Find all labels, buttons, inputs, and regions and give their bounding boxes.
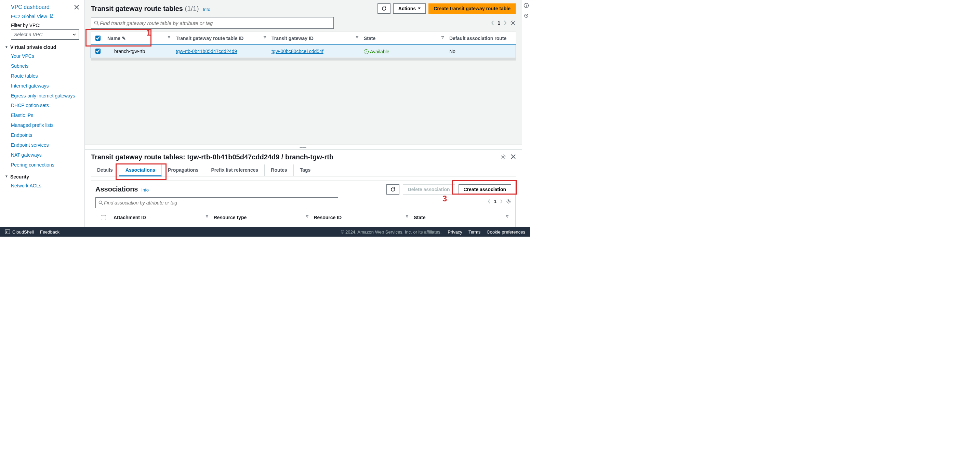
col-name[interactable]: Name ✎▽ bbox=[105, 32, 173, 45]
svg-point-7 bbox=[525, 15, 527, 16]
ec2-global-view-link[interactable]: EC2 Global View bbox=[11, 14, 47, 19]
assoc-search-box[interactable] bbox=[95, 197, 338, 208]
cell-default-assoc: No bbox=[447, 45, 515, 58]
detail-panel: Transit gateway route tables: tgw-rtb-0b… bbox=[85, 149, 522, 237]
search-icon bbox=[99, 200, 103, 205]
feedback-link[interactable]: Feedback bbox=[40, 229, 59, 235]
sidebar-item-your-vpcs[interactable]: Your VPCs bbox=[0, 51, 84, 61]
page-title: Transit gateway route tables (1/1) bbox=[91, 5, 201, 12]
main: Transit gateway route tables (1/1) Info … bbox=[85, 0, 522, 237]
table-row[interactable]: branch-tgw-rtb tgw-rtb-0b41b05d47cdd24d9… bbox=[91, 45, 515, 58]
select-all-checkbox[interactable] bbox=[95, 35, 100, 41]
tab-tags[interactable]: Tags bbox=[294, 164, 317, 176]
sidebar-section-security[interactable]: ▼ Security bbox=[0, 173, 84, 181]
chevron-down-icon bbox=[73, 33, 76, 35]
info-icon[interactable] bbox=[523, 3, 529, 8]
search-box[interactable] bbox=[91, 17, 334, 29]
sidebar-item-egress-only[interactable]: Egress-only internet gateways bbox=[0, 91, 84, 101]
sidebar-section-label: Security bbox=[10, 174, 29, 180]
col-rtb-id[interactable]: Transit gateway route table ID▽ bbox=[173, 32, 269, 45]
cloudshell-button[interactable]: CloudShell bbox=[5, 229, 34, 235]
create-route-table-button[interactable]: Create transit gateway route table bbox=[428, 3, 515, 14]
svg-point-2 bbox=[503, 156, 504, 157]
sort-icon: ▽ bbox=[406, 215, 408, 218]
refresh-button[interactable] bbox=[377, 3, 390, 14]
check-circle-icon: ✓ bbox=[364, 49, 369, 54]
delete-association-button: Delete association bbox=[403, 184, 455, 194]
tab-routes[interactable]: Routes bbox=[265, 164, 293, 176]
tab-details[interactable]: Details bbox=[91, 164, 119, 176]
sidebar-section-label: Virtual private cloud bbox=[10, 45, 56, 50]
actions-button[interactable]: Actions bbox=[393, 3, 426, 14]
settings-icon[interactable] bbox=[523, 13, 529, 19]
col-tgw-id[interactable]: Transit gateway ID▽ bbox=[269, 32, 361, 45]
status-badge: ✓Available bbox=[364, 49, 390, 54]
terms-link[interactable]: Terms bbox=[468, 229, 480, 235]
top-panel: Transit gateway route tables (1/1) Info … bbox=[85, 0, 522, 60]
sidebar-item-dhcp[interactable]: DHCP option sets bbox=[0, 100, 84, 110]
sidebar-item-endpoints[interactable]: Endpoints bbox=[0, 130, 84, 140]
select-all-checkbox[interactable] bbox=[101, 215, 106, 220]
sidebar-item-route-tables[interactable]: Route tables bbox=[0, 71, 84, 81]
vpc-select[interactable]: Select a VPC bbox=[11, 29, 79, 40]
actions-button-label: Actions bbox=[398, 6, 416, 11]
vpc-select-placeholder: Select a VPC bbox=[14, 32, 42, 37]
app-root: VPC dashboard EC2 Global View Filter by … bbox=[0, 0, 530, 237]
col-attachment-id[interactable]: Attachment ID▽ bbox=[111, 211, 211, 224]
tab-propagations[interactable]: Propagations bbox=[162, 164, 205, 176]
svg-point-1 bbox=[512, 22, 514, 24]
sidebar-item-nat-gateways[interactable]: NAT gateways bbox=[0, 150, 84, 160]
tgw-id-link[interactable]: tgw-00bc80cbce1cdd54f bbox=[272, 49, 323, 54]
col-resource-id[interactable]: Resource ID▽ bbox=[311, 211, 411, 224]
vpc-dashboard-link[interactable]: VPC dashboard bbox=[11, 4, 49, 10]
resize-handle[interactable]: ══ bbox=[85, 144, 522, 149]
sort-icon: ▽ bbox=[441, 35, 444, 39]
footer: CloudShell Feedback © 2024, Amazon Web S… bbox=[0, 227, 530, 237]
pencil-icon: ✎ bbox=[122, 35, 126, 41]
horizontal-scrollbar[interactable] bbox=[91, 58, 515, 60]
sort-icon: ▽ bbox=[168, 35, 170, 39]
info-link[interactable]: Info bbox=[141, 188, 149, 192]
tab-prefix-list[interactable]: Prefix list references bbox=[205, 164, 265, 176]
sidebar-item-network-acls[interactable]: Network ACLs bbox=[0, 181, 84, 191]
prev-page-button[interactable] bbox=[488, 199, 490, 204]
col-state[interactable]: State▽ bbox=[411, 211, 511, 224]
next-page-button[interactable] bbox=[500, 199, 503, 204]
svg-point-4 bbox=[508, 200, 509, 202]
close-icon[interactable] bbox=[74, 5, 79, 10]
privacy-link[interactable]: Privacy bbox=[448, 229, 462, 235]
col-state[interactable]: State▽ bbox=[361, 32, 447, 45]
tab-associations[interactable]: Associations bbox=[119, 164, 162, 177]
sidebar-item-elastic-ips[interactable]: Elastic IPs bbox=[0, 110, 84, 120]
next-page-button[interactable] bbox=[504, 21, 507, 25]
refresh-button[interactable] bbox=[387, 184, 399, 194]
sidebar-item-peering[interactable]: Peering connections bbox=[0, 160, 84, 170]
gear-icon[interactable] bbox=[510, 20, 515, 25]
col-default-assoc[interactable]: Default association route bbox=[447, 32, 515, 45]
svg-point-0 bbox=[95, 21, 98, 24]
sidebar-item-internet-gateways[interactable]: Internet gateways bbox=[0, 81, 84, 91]
page-title-count: (1/1) bbox=[185, 5, 199, 12]
gear-icon[interactable] bbox=[501, 154, 506, 160]
cell-name: branch-tgw-rtb bbox=[105, 45, 173, 58]
copyright: © 2024, Amazon Web Services, Inc. or its… bbox=[341, 229, 442, 235]
col-resource-type[interactable]: Resource type▽ bbox=[211, 211, 311, 224]
sidebar-item-prefix-lists[interactable]: Managed prefix lists bbox=[0, 120, 84, 130]
caret-down-icon: ▼ bbox=[5, 45, 8, 49]
gear-icon[interactable] bbox=[506, 199, 511, 204]
sidebar-item-endpoint-services[interactable]: Endpoint services bbox=[0, 140, 84, 150]
row-checkbox[interactable] bbox=[95, 49, 100, 54]
create-association-button[interactable]: Create association bbox=[458, 184, 512, 194]
sidebar-item-subnets[interactable]: Subnets bbox=[0, 61, 84, 71]
svg-rect-8 bbox=[5, 230, 10, 234]
info-link[interactable]: Info bbox=[203, 7, 210, 12]
cookie-prefs-link[interactable]: Cookie preferences bbox=[487, 229, 525, 235]
close-icon[interactable] bbox=[511, 154, 515, 160]
filter-by-vpc-label: Filter by VPC: bbox=[0, 21, 84, 29]
sidebar-section-vpc[interactable]: ▼ Virtual private cloud bbox=[0, 43, 84, 51]
pagination: 1 bbox=[491, 20, 515, 25]
prev-page-button[interactable] bbox=[491, 21, 494, 25]
search-input[interactable] bbox=[99, 20, 331, 26]
assoc-search-input[interactable] bbox=[103, 200, 335, 206]
rtb-id-link[interactable]: tgw-rtb-0b41b05d47cdd24d9 bbox=[176, 49, 237, 54]
